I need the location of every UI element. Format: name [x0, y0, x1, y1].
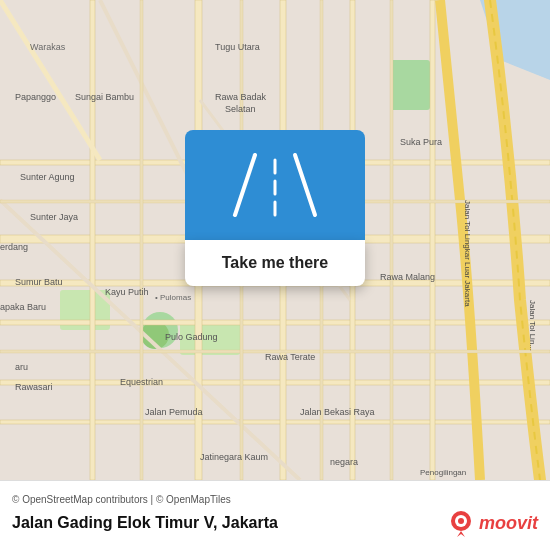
road-icon: [230, 145, 320, 225]
svg-text:Rawasari: Rawasari: [15, 382, 53, 392]
svg-text:Papanggo: Papanggo: [15, 92, 56, 102]
svg-rect-2: [390, 60, 430, 110]
road-icon-box: [185, 130, 365, 240]
svg-text:Pulo Gadung: Pulo Gadung: [165, 332, 218, 342]
map-attribution: © OpenStreetMap contributors | © OpenMap…: [12, 494, 538, 505]
svg-text:Jalan Bekasi Raya: Jalan Bekasi Raya: [300, 407, 375, 417]
svg-rect-8: [0, 380, 550, 385]
svg-line-55: [295, 155, 315, 215]
svg-text:Penogilingan: Penogilingan: [420, 468, 466, 477]
svg-line-54: [235, 155, 255, 215]
svg-text:Equestrian: Equestrian: [120, 377, 163, 387]
svg-text:Warakas: Warakas: [30, 42, 66, 52]
svg-rect-15: [90, 0, 95, 480]
svg-text:Sunter Agung: Sunter Agung: [20, 172, 75, 182]
svg-text:Jalan Pemuda: Jalan Pemuda: [145, 407, 203, 417]
svg-text:Rawa Terate: Rawa Terate: [265, 352, 315, 362]
svg-text:Jalan Tol Lin...: Jalan Tol Lin...: [528, 300, 537, 351]
svg-text:Suka Pura: Suka Pura: [400, 137, 442, 147]
location-name: Jalan Gading Elok Timur V, Jakarta: [12, 514, 278, 532]
svg-text:Selatan: Selatan: [225, 104, 256, 114]
moovit-logo: moovit: [447, 509, 538, 537]
svg-text:Sumur Batu: Sumur Batu: [15, 277, 63, 287]
svg-text:aru: aru: [15, 362, 28, 372]
svg-text:Rawa Badak: Rawa Badak: [215, 92, 267, 102]
svg-text:• Pulomas: • Pulomas: [155, 293, 191, 302]
svg-text:Sunter Jaya: Sunter Jaya: [30, 212, 78, 222]
moovit-pin-icon: [447, 509, 475, 537]
svg-rect-14: [430, 0, 435, 480]
svg-text:Kayu Putih: Kayu Putih: [105, 287, 149, 297]
svg-point-61: [458, 518, 464, 524]
svg-text:Tugu Utara: Tugu Utara: [215, 42, 260, 52]
cta-container: Take me there: [185, 130, 365, 286]
take-me-there-button[interactable]: Take me there: [185, 240, 365, 286]
bottom-bar: © OpenStreetMap contributors | © OpenMap…: [0, 480, 550, 550]
svg-text:Jatinegara Kaum: Jatinegara Kaum: [200, 452, 268, 462]
location-row: Jalan Gading Elok Timur V, Jakarta moovi…: [12, 509, 538, 537]
svg-text:Rawa Malang: Rawa Malang: [380, 272, 435, 282]
svg-text:Sungai Bambu: Sungai Bambu: [75, 92, 134, 102]
svg-rect-18: [140, 0, 143, 480]
moovit-brand-text: moovit: [479, 513, 538, 534]
svg-text:erdang: erdang: [0, 242, 28, 252]
map-container: Warakas Papanggo Sungai Bambu Tugu Utara…: [0, 0, 550, 480]
svg-text:Jalan Tol Lingkar Luar Jakarta: Jalan Tol Lingkar Luar Jakarta: [463, 200, 472, 307]
svg-rect-9: [0, 420, 550, 424]
svg-text:apaka Baru: apaka Baru: [0, 302, 46, 312]
svg-text:negara: negara: [330, 457, 358, 467]
svg-rect-21: [390, 0, 393, 480]
